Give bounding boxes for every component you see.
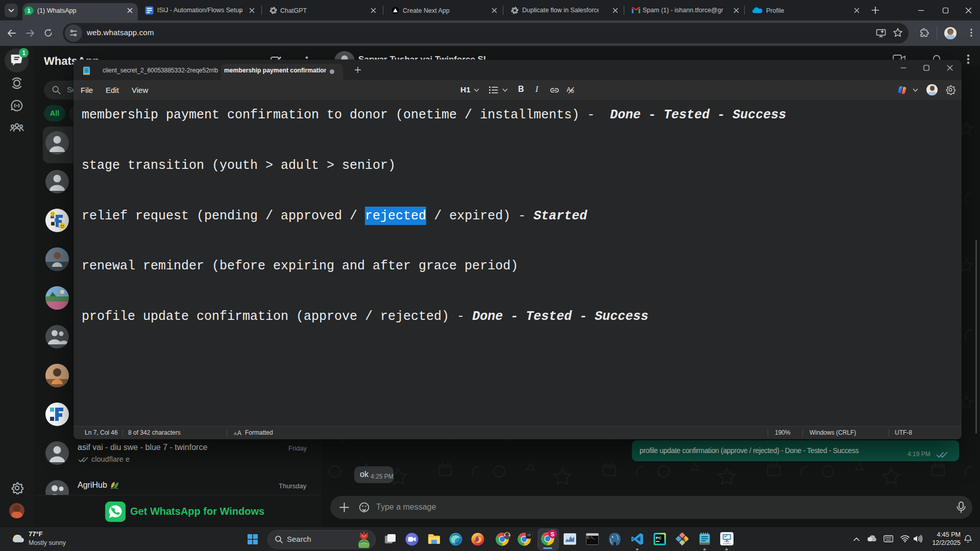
svg-text:TaskPro: TaskPro: [723, 542, 731, 545]
svg-text:A: A: [567, 86, 571, 93]
svg-text:C:\_: C:\_: [587, 536, 595, 540]
svg-text:1: 1: [27, 8, 30, 14]
svg-text:A: A: [237, 430, 241, 436]
svg-text:A: A: [234, 431, 237, 436]
svg-text:b: b: [571, 88, 574, 94]
svg-text:PC: PC: [656, 536, 662, 540]
